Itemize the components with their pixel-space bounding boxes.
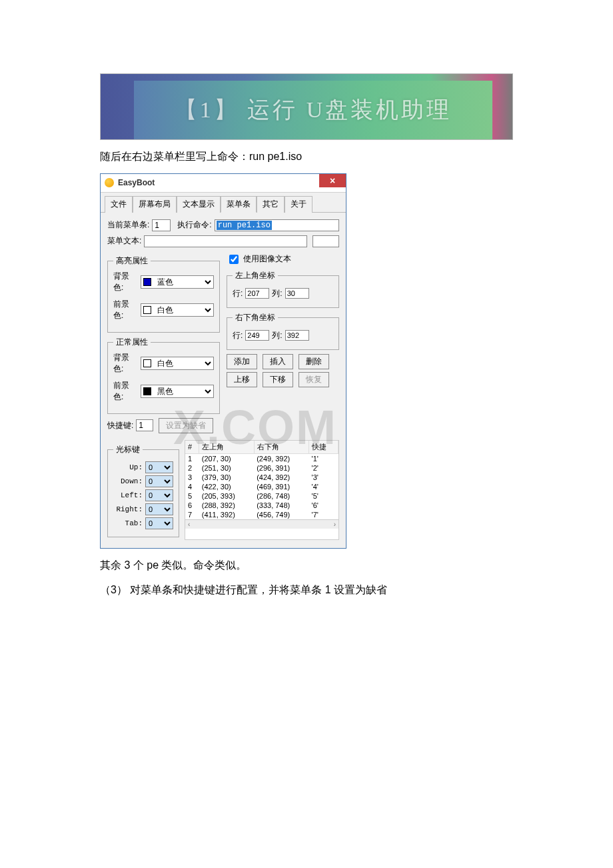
table-cell: (286, 748) <box>254 491 308 501</box>
banner-text: 【1】 运行 U盘装机助理 <box>134 81 492 139</box>
table-row[interactable]: 7(411, 392)(456, 749)'7' <box>185 510 338 519</box>
highlight-bg-select[interactable]: 蓝色 <box>141 275 214 289</box>
run-cmd-input[interactable]: run pe1.iso <box>215 219 339 231</box>
topleft-col-input[interactable] <box>285 288 309 299</box>
tab-text-display[interactable]: 文本显示 <box>177 196 221 213</box>
bottomright-col-label: 列: <box>272 330 282 341</box>
highlight-fg-select[interactable]: 白色 <box>141 303 214 317</box>
moveup-button[interactable]: 上移 <box>227 372 257 387</box>
easyboot-window: EasyBoot × 文件 屏幕布局 文本显示 菜单条 其它 关于 当前菜单条:… <box>100 173 346 549</box>
highlight-group: 高亮属性 背景色: 蓝色 前景色: <box>107 255 220 333</box>
tab-bar: 文件 屏幕布局 文本显示 菜单条 其它 关于 <box>101 195 346 213</box>
delete-button[interactable]: 删除 <box>299 354 329 369</box>
menu-table-wrap: # 左上角 右下角 快捷 1(207, 30)(249, 392)'1'2(25… <box>185 440 339 540</box>
topleft-row-label: 行: <box>233 288 243 299</box>
col-br[interactable]: 右下角 <box>254 441 308 454</box>
use-image-text-label: 使用图像文本 <box>243 253 291 265</box>
cursor-tab-select[interactable]: 0 <box>145 517 173 529</box>
insert-button[interactable]: 插入 <box>263 354 293 369</box>
bottomright-col-input[interactable] <box>285 330 309 341</box>
cursor-tab-label: Tab: <box>125 519 143 527</box>
cursor-up-label: Up: <box>129 463 143 471</box>
cursor-left-select[interactable]: 0 <box>145 489 173 501</box>
menu-text-input[interactable] <box>144 235 307 247</box>
topleft-legend: 左上角坐标 <box>233 270 278 281</box>
movedown-button[interactable]: 下移 <box>263 372 293 387</box>
highlight-legend: 高亮属性 <box>113 255 151 267</box>
cursor-legend: 光标键 <box>113 444 143 455</box>
cursor-up-select[interactable]: 0 <box>145 461 173 473</box>
table-cell: (411, 392) <box>199 510 254 519</box>
table-cell: 3 <box>185 473 199 482</box>
table-cell: '1' <box>309 453 338 463</box>
set-default-button[interactable]: 设置为缺省 <box>159 418 213 433</box>
add-button[interactable]: 添加 <box>227 354 257 369</box>
cursor-group: 光标键 Up:0 Down:0 Left:0 Right:0 Tab:0 <box>107 444 179 537</box>
bottomright-group: 右下角坐标 行: 列: <box>227 312 339 350</box>
table-cell: (207, 30) <box>199 453 254 463</box>
table-row[interactable]: 5(205, 393)(286, 748)'5' <box>185 491 338 501</box>
scroll-right-icon[interactable]: › <box>334 521 336 528</box>
topleft-row-input[interactable] <box>245 288 269 299</box>
menu-text-label: 菜单文本: <box>107 235 141 247</box>
col-tl[interactable]: 左上角 <box>199 441 254 454</box>
table-row[interactable]: 3(379, 30)(424, 392)'3' <box>185 473 338 482</box>
menu-table[interactable]: # 左上角 右下角 快捷 1(207, 30)(249, 392)'1'2(25… <box>185 441 338 519</box>
table-cell: (288, 392) <box>199 501 254 510</box>
normal-bg-select[interactable]: 白色 <box>141 357 214 370</box>
table-cell: 6 <box>185 501 199 510</box>
normal-legend: 正常属性 <box>113 337 151 348</box>
window-title: EasyBoot <box>118 178 155 187</box>
highlight-bg-label: 背景色: <box>113 271 137 293</box>
table-cell: '2' <box>309 463 338 473</box>
table-row[interactable]: 6(288, 392)(333, 748)'6' <box>185 501 338 510</box>
swatch-black-icon <box>143 387 151 395</box>
topleft-group: 左上角坐标 行: 列: <box>227 270 339 308</box>
cursor-down-label: Down: <box>121 477 143 485</box>
cursor-right-label: Right: <box>116 505 143 513</box>
bottomright-row-input[interactable] <box>245 330 269 341</box>
cursor-right-select[interactable]: 0 <box>145 503 173 515</box>
use-image-text-checkbox[interactable] <box>229 255 239 264</box>
normal-group: 正常属性 背景色: 白色 前景色: <box>107 337 220 414</box>
table-cell: '4' <box>309 482 338 491</box>
table-cell: (424, 392) <box>254 473 308 482</box>
caption-1: 随后在右边菜单栏里写上命令：run pe1.iso <box>100 148 513 165</box>
swatch-white-icon <box>143 306 151 314</box>
run-cmd-label: 执行命令: <box>177 219 211 231</box>
table-hscroll[interactable]: ‹ › <box>185 519 338 529</box>
normal-fg-select[interactable]: 黑色 <box>141 385 214 398</box>
banner-image: 【1】 运行 U盘装机助理 <box>100 73 513 140</box>
table-cell: (379, 30) <box>199 473 254 482</box>
bottomright-row-label: 行: <box>233 330 243 341</box>
cursor-down-select[interactable]: 0 <box>145 475 173 487</box>
table-cell: '6' <box>309 501 338 510</box>
current-bar-label: 当前菜单条: <box>107 219 149 231</box>
menu-text-extra-input[interactable] <box>312 235 339 247</box>
hotkey-input[interactable] <box>136 419 153 431</box>
col-num[interactable]: # <box>185 441 199 454</box>
table-cell: (205, 393) <box>199 491 254 501</box>
scroll-left-icon[interactable]: ‹ <box>188 521 190 528</box>
table-row[interactable]: 1(207, 30)(249, 392)'1' <box>185 453 338 463</box>
app-icon <box>105 178 114 187</box>
col-key[interactable]: 快捷 <box>309 441 338 454</box>
tab-other[interactable]: 其它 <box>257 196 285 213</box>
table-cell: (249, 392) <box>254 453 308 463</box>
restore-button[interactable]: 恢复 <box>299 372 329 387</box>
current-bar-input[interactable] <box>152 219 171 231</box>
caption-2: 其余 3 个 pe 类似。命令类似。 <box>100 557 513 574</box>
normal-fg-label: 前景色: <box>113 380 137 403</box>
tab-screen-layout[interactable]: 屏幕布局 <box>133 196 177 213</box>
table-cell: (251, 30) <box>199 463 254 473</box>
swatch-blue-icon <box>143 278 151 286</box>
tab-menu-bar[interactable]: 菜单条 <box>221 196 257 213</box>
run-cmd-value: run pe1.iso <box>217 221 272 230</box>
tab-about[interactable]: 关于 <box>285 196 312 213</box>
table-row[interactable]: 4(422, 30)(469, 391)'4' <box>185 482 338 491</box>
close-button[interactable]: × <box>319 174 346 187</box>
topleft-col-label: 列: <box>272 288 282 299</box>
tab-file[interactable]: 文件 <box>105 196 133 213</box>
table-row[interactable]: 2(251, 30)(296, 391)'2' <box>185 463 338 473</box>
normal-bg-label: 背景色: <box>113 352 137 375</box>
